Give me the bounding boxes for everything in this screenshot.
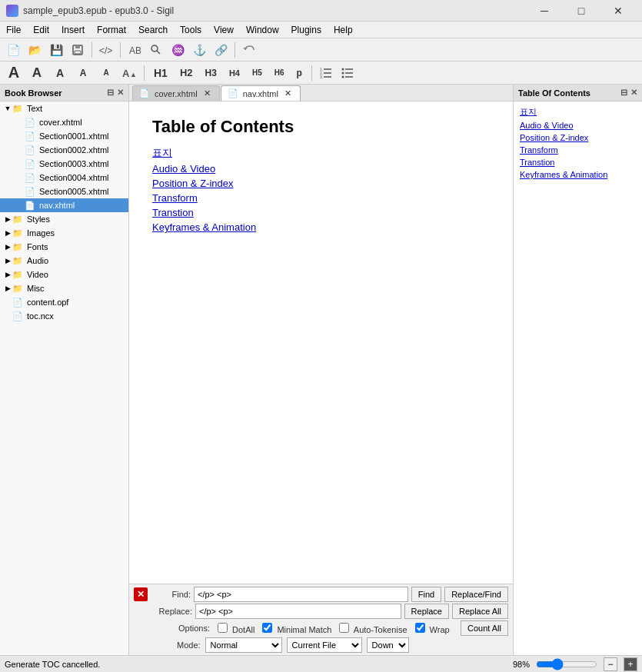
replace-find-button[interactable]: Replace/Find — [444, 587, 508, 602]
direction-select[interactable]: Down Up — [367, 637, 409, 653]
toc-entry-e2[interactable]: Audio & Video — [520, 119, 636, 131]
tree-item-text[interactable]: ▼📁Text — [0, 101, 128, 115]
tree-arrow-icon: ▶ — [3, 257, 12, 264]
menu-item-window[interactable]: Window — [240, 22, 285, 38]
scope-select[interactable]: Current File All HTML Files — [287, 637, 362, 653]
heading-5[interactable]: H5 — [247, 64, 268, 82]
menu-item-file[interactable]: File — [0, 22, 27, 38]
zoom-out-button[interactable]: − — [604, 657, 617, 671]
tree-item-images[interactable]: ▶📁Images — [0, 226, 128, 240]
save-all-button[interactable] — [68, 41, 88, 59]
toc-link-link4[interactable]: Transform — [152, 192, 490, 204]
tab-close-button[interactable]: ✕ — [202, 88, 213, 99]
tree-item-fonts[interactable]: ▶📁Fonts — [0, 240, 128, 254]
find-button[interactable] — [146, 41, 166, 59]
minimize-button[interactable]: ─ — [527, 0, 562, 22]
toc-link-link2[interactable]: Audio & Video — [152, 163, 490, 175]
replace-button[interactable]: ♒ — [168, 41, 188, 59]
menu-item-insert[interactable]: Insert — [55, 22, 91, 38]
toc-link-link5[interactable]: Transtion — [152, 207, 490, 218]
sidebar-pin-button[interactable]: ⊟ — [107, 88, 114, 98]
tab-cover[interactable]: 📄cover.xhtml✕ — [132, 85, 220, 101]
toc-entry-e6[interactable]: Keyframes & Animation — [520, 168, 636, 181]
tree-item-section0001[interactable]: 📄Section0001.xhtml — [0, 129, 128, 143]
heading-6[interactable]: H6 — [269, 64, 290, 82]
open-button[interactable]: 📂 — [25, 41, 45, 59]
toc-link-link1[interactable]: 표지 — [152, 146, 490, 160]
app-title: sample_epub3.epub - epub3.0 - Sigil — [23, 5, 174, 16]
sidebar-close-button[interactable]: ✕ — [117, 88, 124, 98]
toc-entry-e1[interactable]: 표지 — [520, 105, 636, 119]
toc-panel-pin-button[interactable]: ⊟ — [620, 88, 627, 98]
new-button[interactable]: 📄 — [3, 41, 23, 59]
menu-item-search[interactable]: Search — [132, 22, 174, 38]
toc-panel-close-button[interactable]: ✕ — [630, 88, 637, 98]
code-view-button[interactable]: </> — [96, 41, 116, 59]
menu-item-plugins[interactable]: Plugins — [285, 22, 328, 38]
wrap-option[interactable]: Wrap — [415, 623, 450, 634]
toc-entry-e3[interactable]: Position & Z-index — [520, 131, 636, 144]
tree-item-misc[interactable]: ▶📁Misc — [0, 281, 128, 295]
anchor-button[interactable]: ⚓ — [189, 41, 209, 59]
spellcheck-button[interactable]: ABC — [125, 41, 145, 59]
heading-4[interactable]: H4 — [224, 64, 245, 82]
find-input[interactable] — [194, 587, 408, 602]
font-size-grow[interactable]: A▲ — [118, 64, 140, 82]
font-size-subscript[interactable]: A — [95, 64, 117, 82]
find-button[interactable]: Find — [411, 587, 441, 602]
minimal-match-option[interactable]: Minimal Match — [262, 623, 331, 634]
replace-button[interactable]: Replace — [404, 604, 449, 619]
menu-item-format[interactable]: Format — [91, 22, 132, 38]
link-button[interactable]: 🔗 — [211, 41, 231, 59]
count-all-button[interactable]: Count All — [461, 620, 508, 636]
findbar-options: Options: DotAll Minimal Match Auto-Token… — [134, 620, 508, 636]
menu-item-view[interactable]: View — [208, 22, 240, 38]
zoom-in-button[interactable]: + — [624, 657, 637, 671]
menu-item-tools[interactable]: Tools — [174, 22, 208, 38]
wrap-checkbox[interactable] — [415, 623, 425, 633]
tree-item-tocncx[interactable]: 📄toc.ncx — [0, 309, 128, 323]
menu-item-help[interactable]: Help — [328, 22, 359, 38]
paragraph[interactable]: p — [291, 64, 308, 82]
ordered-list[interactable]: 1.2.3. — [316, 64, 336, 82]
mode-select[interactable]: Normal Regex Case Sensitive — [205, 637, 282, 653]
heading-3[interactable]: H3 — [200, 64, 222, 82]
heading-1[interactable]: H1 — [148, 64, 173, 82]
tree-item-video[interactable]: ▶📁Video — [0, 268, 128, 281]
auto-tokenise-option[interactable]: Auto-Tokenise — [339, 623, 407, 634]
heading-2[interactable]: H2 — [175, 64, 198, 82]
tree-item-styles[interactable]: ▶📁Styles — [0, 212, 128, 226]
font-size-small[interactable]: A — [72, 64, 94, 82]
toc-entry-e5[interactable]: Transtion — [520, 156, 636, 168]
toc-link-link3[interactable]: Position & Z-index — [152, 178, 490, 189]
font-size-medium-large[interactable]: A — [26, 64, 48, 82]
minimal-match-checkbox[interactable] — [262, 623, 272, 633]
unordered-list[interactable] — [338, 64, 358, 82]
replace-input[interactable] — [195, 604, 401, 619]
tree-item-audio[interactable]: ▶📁Audio — [0, 254, 128, 268]
zoom-slider[interactable] — [536, 659, 597, 670]
tree-item-section0003[interactable]: 📄Section0003.xhtml — [0, 157, 128, 171]
tree-item-nav[interactable]: 📄nav.xhtml — [0, 198, 128, 212]
dotall-checkbox[interactable] — [218, 623, 228, 633]
tab-nav[interactable]: 📄nav.xhtml✕ — [221, 85, 301, 101]
dotall-option[interactable]: DotAll — [218, 623, 254, 634]
tree-item-cover[interactable]: 📄cover.xhtml — [0, 115, 128, 129]
tree-item-section0004[interactable]: 📄Section0004.xhtml — [0, 171, 128, 185]
auto-tokenise-checkbox[interactable] — [339, 623, 349, 633]
font-size-medium[interactable]: A — [49, 64, 71, 82]
toc-link-link6[interactable]: Keyframes & Animation — [152, 221, 490, 233]
tree-item-contentopf[interactable]: 📄content.opf — [0, 295, 128, 309]
menu-item-edit[interactable]: Edit — [27, 22, 55, 38]
save-button[interactable]: 💾 — [46, 41, 66, 59]
tree-item-section0002[interactable]: 📄Section0002.xhtml — [0, 143, 128, 157]
font-size-large[interactable]: A — [3, 64, 25, 82]
tab-close-button[interactable]: ✕ — [283, 88, 294, 99]
tree-item-section0005[interactable]: 📄Section0005.xhtml — [0, 185, 128, 198]
maximize-button[interactable]: □ — [564, 0, 599, 22]
close-button[interactable]: ✕ — [600, 0, 636, 22]
find-error-button[interactable]: ✕ — [134, 587, 148, 601]
replace-all-button[interactable]: Replace All — [452, 604, 508, 619]
undo-button[interactable] — [239, 41, 259, 59]
toc-entry-e4[interactable]: Transform — [520, 144, 636, 156]
